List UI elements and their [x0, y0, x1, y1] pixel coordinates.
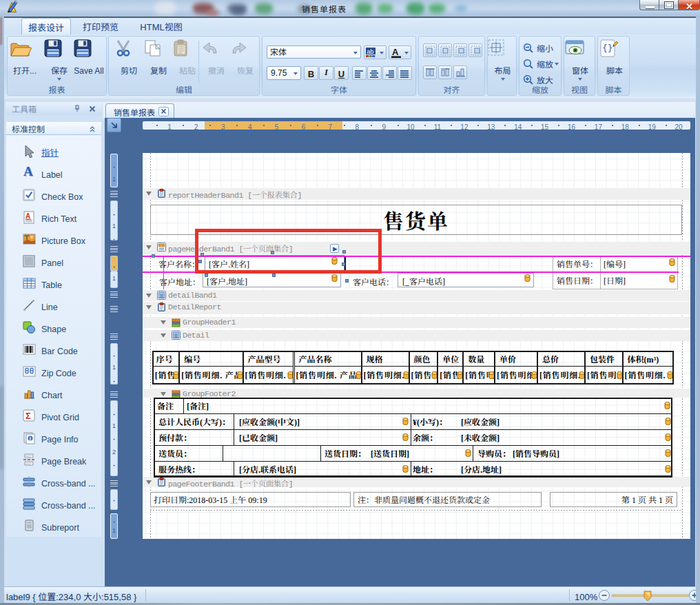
svg-text:ab: ab: [367, 48, 374, 56]
